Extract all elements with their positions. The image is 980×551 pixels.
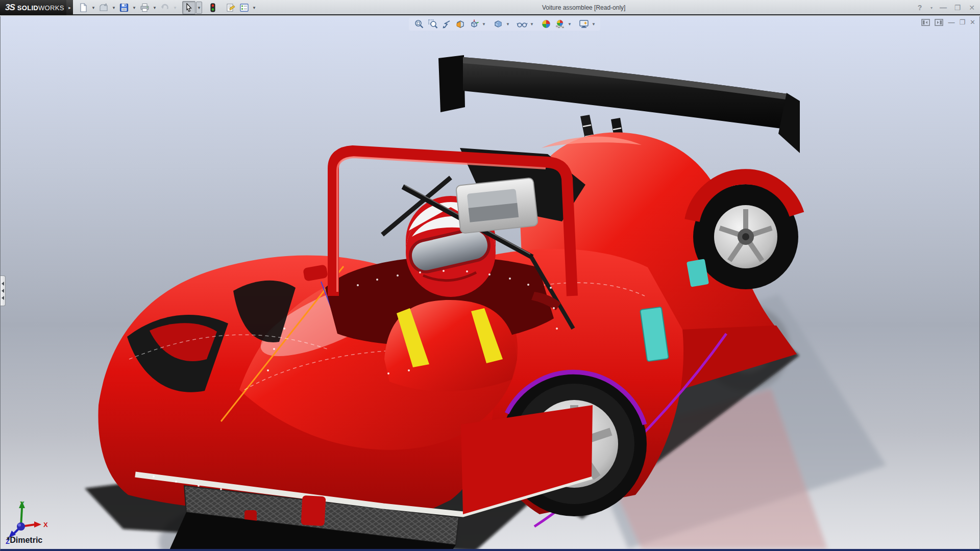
eyeglasses-icon	[517, 19, 528, 29]
rear-right-wheel[interactable]	[692, 177, 798, 289]
chevron-left-icon	[2, 289, 4, 293]
display-style-caret[interactable]: ▼	[506, 22, 510, 27]
window-title: Voiture assomblee [Read-only]	[542, 0, 625, 15]
file-properties-button[interactable]	[224, 1, 237, 14]
apply-scene-caret[interactable]: ▼	[568, 22, 572, 27]
undo-arrow-icon	[160, 3, 170, 12]
solidworks-wordmark: SOLIDWORKS	[17, 4, 64, 12]
appearance-ball-icon	[541, 19, 551, 29]
options-checklist-icon	[239, 3, 249, 12]
view-settings-icon	[579, 19, 589, 29]
options-dropdown-caret[interactable]: ▼	[251, 1, 257, 14]
solidworks-logo: 3S SOLIDWORKS	[0, 0, 66, 15]
document-minimize-button[interactable]: —	[948, 18, 954, 26]
print-button[interactable]	[138, 1, 151, 14]
zoom-to-fit-button[interactable]	[413, 18, 425, 30]
graphics-area[interactable]: ▼ ▼ ▼	[0, 16, 980, 551]
select-tool-button[interactable]	[182, 1, 195, 14]
pane-left-icon	[921, 19, 930, 26]
feature-manager-collapsed-tab[interactable]	[1, 276, 6, 306]
open-folder-icon	[99, 3, 109, 12]
collapse-pane-left-button[interactable]	[921, 19, 930, 26]
printer-icon	[140, 3, 150, 12]
triad-x-label: X	[43, 521, 48, 529]
zoom-to-area-button[interactable]	[427, 18, 439, 30]
close-button[interactable]: ✕	[967, 4, 977, 12]
undo-dropdown-caret[interactable]: ▼	[172, 1, 178, 14]
hide-show-items-button[interactable]	[516, 18, 528, 30]
new-document-icon	[79, 3, 88, 12]
zoom-to-area-icon	[428, 19, 438, 29]
title-bar: 3S SOLIDWORKS ▸ ▼ ▼	[0, 0, 980, 15]
chevron-left-icon	[2, 296, 4, 300]
view-orientation-caret[interactable]: ▼	[482, 22, 486, 27]
document-restore-button[interactable]: ❐	[959, 18, 965, 26]
edit-appearance-button[interactable]	[540, 18, 552, 30]
help-button[interactable]: ?	[915, 4, 925, 12]
view-orientation-button[interactable]	[468, 18, 480, 30]
document-window-controls: — ❐ ✕	[921, 18, 975, 26]
section-view-icon	[455, 19, 465, 29]
select-cursor-icon	[185, 3, 193, 12]
previous-view-button[interactable]	[440, 18, 453, 30]
title-bar-controls: ? ▾ — ❐ ✕	[915, 0, 977, 15]
previous-view-icon	[442, 19, 452, 29]
view-orientation-label: *Dimetric	[7, 536, 42, 545]
help-dropdown-caret[interactable]: ▾	[929, 6, 934, 10]
print-dropdown-caret[interactable]: ▼	[152, 1, 158, 14]
select-dropdown-caret[interactable]: ▼	[196, 2, 202, 14]
new-dropdown-caret[interactable]: ▼	[90, 1, 96, 14]
new-button[interactable]	[77, 1, 90, 14]
apply-scene-icon	[555, 19, 565, 29]
view-settings-button[interactable]	[578, 18, 590, 30]
hide-show-items-caret[interactable]: ▼	[530, 22, 534, 27]
save-button[interactable]	[117, 1, 131, 14]
rebuild-button[interactable]	[206, 1, 219, 14]
undo-button[interactable]	[158, 1, 172, 14]
section-view-button[interactable]	[454, 18, 467, 30]
air-intake	[456, 178, 538, 233]
menu-flyout-arrow-icon[interactable]: ▸	[66, 0, 73, 15]
open-button[interactable]	[97, 1, 110, 14]
view-orientation-cube-icon	[469, 19, 479, 29]
restore-button[interactable]: ❐	[952, 4, 963, 12]
triad-y-label: Y	[20, 500, 24, 508]
view-settings-caret[interactable]: ▼	[592, 22, 596, 27]
open-dropdown-caret[interactable]: ▼	[111, 1, 117, 14]
chevron-left-icon	[2, 282, 4, 286]
zoom-to-fit-icon	[414, 19, 424, 29]
save-dropdown-caret[interactable]: ▼	[131, 1, 137, 14]
solidworks-window: 3S SOLIDWORKS ▸ ▼ ▼	[0, 0, 980, 551]
options-button[interactable]	[237, 1, 251, 14]
heads-up-view-toolbar: ▼ ▼ ▼	[409, 17, 600, 31]
display-style-cube-icon	[493, 19, 503, 29]
dassault-3ds-logo-icon: 3S	[5, 3, 15, 13]
collapse-pane-right-button[interactable]	[935, 19, 943, 26]
save-floppy-icon	[119, 3, 129, 12]
traffic-light-icon	[210, 3, 216, 13]
pane-right-icon	[935, 19, 943, 26]
main-toolbar: ▼ ▼ ▼	[77, 0, 257, 15]
file-properties-icon	[226, 3, 235, 12]
display-style-button[interactable]	[492, 18, 504, 30]
minimize-button[interactable]: —	[938, 4, 948, 12]
apply-scene-button[interactable]	[554, 18, 566, 30]
document-close-button[interactable]: ✕	[970, 18, 975, 26]
model-viewport-render[interactable]	[1, 16, 979, 549]
